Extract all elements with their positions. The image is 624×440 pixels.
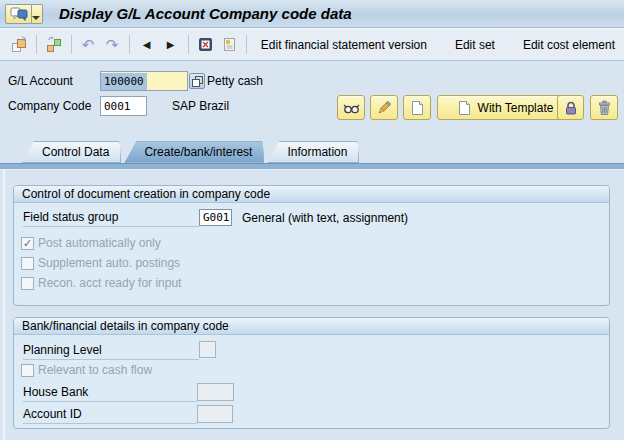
company-code-label: Company Code <box>8 96 91 116</box>
title-bar: Display G/L Account Company code data <box>0 0 624 28</box>
checkbox-row: Supplement auto. postings <box>21 256 180 270</box>
toolbar-separator <box>246 35 247 54</box>
planning-level-label: Planning Level <box>23 341 199 360</box>
blank-page-icon <box>457 100 472 116</box>
field-status-group-input[interactable]: G001 <box>199 209 232 226</box>
group-bank-details: Bank/financial details in company code P… <box>13 317 610 429</box>
edit-button[interactable] <box>370 95 398 120</box>
next-entry-button[interactable]: ▶ <box>159 33 183 57</box>
recon-acct-ready-label: Recon. acct ready for input <box>38 276 181 290</box>
pencil-icon <box>376 100 392 116</box>
create-with-template-button[interactable]: With Template <box>437 95 573 120</box>
supplement-auto-postings-label: Supplement auto. postings <box>38 256 180 270</box>
undo-button[interactable]: ↶ <box>76 33 100 57</box>
blank-page-icon <box>410 100 425 116</box>
overview-button[interactable] <box>193 33 217 57</box>
company-code-input[interactable]: 0001 <box>100 96 147 116</box>
previous-arrow-icon: ◀ <box>143 40 151 50</box>
tab-content-border <box>0 163 624 170</box>
trash-icon <box>597 100 612 116</box>
undo-icon: ↶ <box>82 37 95 52</box>
checkbox-row: Relevant to cash flow <box>21 363 152 377</box>
edit-financial-statement-version-button[interactable]: Edit financial statement version <box>252 35 436 55</box>
create-button[interactable] <box>403 95 431 120</box>
tab-information[interactable]: Information <box>267 141 359 163</box>
with-template-label: With Template <box>478 101 554 115</box>
post-automatically-checkbox[interactable]: ✓ <box>21 237 34 250</box>
edit-cost-element-button[interactable]: Edit cost element <box>514 35 624 55</box>
relevant-to-cash-flow-checkbox[interactable] <box>21 364 34 377</box>
group-doc-creation-title: Control of document creation in company … <box>14 186 609 203</box>
toolbar-separator <box>71 35 72 54</box>
toolbar-separator <box>129 35 130 54</box>
checkbox-row: Recon. acct ready for input <box>21 276 181 290</box>
window-left-edge <box>3 170 5 440</box>
matchcode-button[interactable] <box>189 73 205 89</box>
redo-button[interactable]: ↷ <box>100 33 124 57</box>
field-status-group-description: General (with text, assignment) <box>242 211 408 225</box>
gl-account-label: G/L Account <box>8 71 73 91</box>
glasses-icon <box>342 101 361 114</box>
sap-session-icon <box>10 6 28 21</box>
gl-account-value: 100000 <box>101 73 147 90</box>
application-toolbar: ↶ ↷ ◀ ▶ <box>0 28 624 61</box>
supplement-auto-postings-checkbox[interactable] <box>21 257 34 270</box>
redo-icon: ↷ <box>106 37 119 52</box>
other-object-icon <box>11 36 28 53</box>
toolbar-separator <box>188 35 189 54</box>
company-code-value: 0001 <box>104 100 131 113</box>
page-title: Display G/L Account Company code data <box>59 5 352 22</box>
display-change-icon <box>45 36 62 53</box>
tab-control-data[interactable]: Control Data <box>22 141 121 163</box>
toolbar-separator <box>36 35 37 54</box>
tab-create-bank-interest[interactable]: Create/bank/interest <box>124 141 264 163</box>
account-id-label: Account ID <box>23 405 197 424</box>
company-code-description: SAP Brazil <box>172 96 229 116</box>
gl-account-input[interactable]: 100000 <box>100 71 188 91</box>
gl-account-description: Petty cash <box>207 71 263 91</box>
calendar-grid-icon <box>197 36 214 53</box>
display-change-button[interactable] <box>42 33 66 57</box>
checkbox-row: ✓ Post automatically only <box>21 236 161 250</box>
menu-dropdown-button[interactable] <box>32 4 43 24</box>
note-page-icon <box>221 36 238 53</box>
relevant-to-cash-flow-label: Relevant to cash flow <box>38 363 152 377</box>
notes-button[interactable] <box>217 33 241 57</box>
edit-set-button[interactable]: Edit set <box>446 35 504 55</box>
delete-button[interactable] <box>590 95 618 120</box>
sap-menu-button[interactable] <box>5 4 32 24</box>
group-doc-creation: Control of document creation in company … <box>13 185 610 306</box>
recon-acct-ready-checkbox[interactable] <box>21 277 34 290</box>
matchcode-icon <box>191 75 204 88</box>
previous-entry-button[interactable]: ◀ <box>135 33 159 57</box>
other-object-button[interactable] <box>7 33 31 57</box>
group-bank-details-title: Bank/financial details in company code <box>14 318 609 335</box>
house-bank-label: House Bank <box>23 383 197 402</box>
post-automatically-label: Post automatically only <box>38 236 161 250</box>
lock-button[interactable] <box>557 95 584 120</box>
field-status-group-label: Field status group <box>23 208 199 227</box>
lock-icon <box>563 100 579 116</box>
field-status-group-value: G001 <box>203 211 230 224</box>
tab-strip: Control Data Create/bank/interest Inform… <box>22 141 359 163</box>
planning-level-input[interactable] <box>199 341 216 358</box>
sap-window: Display G/L Account Company code data <box>0 0 624 440</box>
next-arrow-icon: ▶ <box>167 40 175 50</box>
display-button[interactable] <box>337 95 365 120</box>
house-bank-input[interactable] <box>197 383 234 401</box>
account-id-input[interactable] <box>197 405 233 423</box>
